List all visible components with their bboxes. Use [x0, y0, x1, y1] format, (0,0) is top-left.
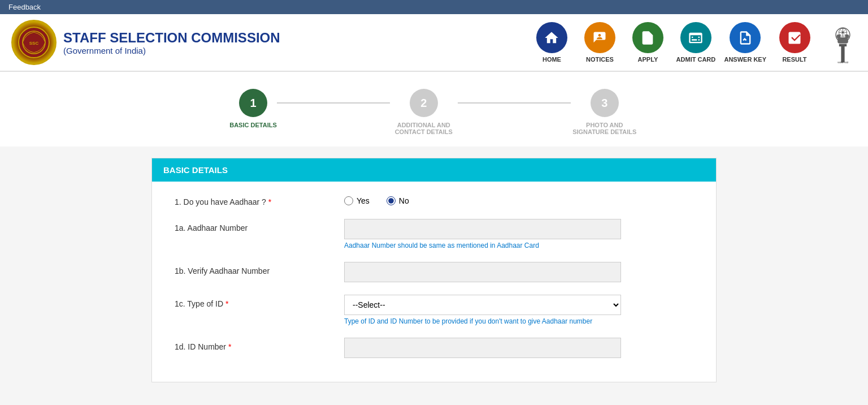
aadhaar-hint: Aadhaar Number should be same as mention…: [344, 242, 693, 249]
id-number-input[interactable]: [344, 338, 621, 358]
step-3: 3 PHOTO AND SIGNATURE DETAILS: [571, 89, 639, 135]
aadhaar-number-field: Aadhaar Number should be same as mention…: [344, 219, 693, 249]
type-of-id-select[interactable]: --Select-- PAN Card Passport Driving Lic…: [344, 295, 621, 315]
aadhaar-question-field: Yes No: [344, 193, 693, 205]
verify-aadhaar-field: [344, 262, 693, 282]
aadhaar-number-label: 1a. Aadhaar Number: [175, 219, 333, 232]
logo-svg: SSC: [17, 25, 51, 59]
svg-rect-3: [841, 45, 844, 62]
feedback-bar[interactable]: Feedback: [0, 0, 868, 14]
step-2-label: ADDITIONAL AND CONTACT DETAILS: [390, 122, 458, 135]
nav-notices-label: NOTICES: [586, 56, 614, 63]
nav-home[interactable]: HOME: [532, 22, 571, 63]
nav-apply-label: APPLY: [638, 56, 658, 63]
type-of-id-row: 1c. Type of ID * --Select-- PAN Card Pas…: [175, 295, 693, 325]
aadhaar-number-input[interactable]: [344, 219, 621, 239]
step-container: 1 BASIC DETAILS 2 ADDITIONAL AND CONTACT…: [229, 89, 639, 135]
step-2: 2 ADDITIONAL AND CONTACT DETAILS: [390, 89, 458, 135]
main-content: BASIC DETAILS 1. Do you have Aadhaar ? *…: [140, 158, 728, 405]
nav-home-label: HOME: [542, 56, 561, 63]
step-2-circle: 2: [410, 89, 438, 117]
ssc-logo: SSC: [11, 20, 57, 65]
stepper-section: 1 BASIC DETAILS 2 ADDITIONAL AND CONTACT…: [0, 72, 868, 147]
id-number-row: 1d. ID Number *: [175, 338, 693, 358]
aadhaar-no-radio[interactable]: [387, 196, 396, 205]
answer-icon: [737, 30, 753, 46]
required-star-1: *: [268, 197, 271, 206]
home-circle: [536, 22, 567, 53]
aadhaar-yes-option[interactable]: Yes: [344, 196, 370, 205]
step-1-circle: 1: [239, 89, 267, 117]
svg-text:सत्यमेव जयते: सत्यमेव जयते: [837, 61, 848, 64]
type-of-id-hint: Type of ID and ID Number to be provided …: [344, 317, 693, 325]
aadhaar-radio-group: Yes No: [344, 193, 693, 205]
feedback-label: Feedback: [8, 3, 41, 11]
logo-area: SSC STAFF SELECTION COMMISSION (Governme…: [11, 20, 532, 65]
nav-result-label: RESULT: [782, 56, 806, 63]
apply-circle: [632, 22, 663, 53]
nav-result[interactable]: RESULT: [775, 22, 814, 63]
svg-text:SSC: SSC: [29, 41, 39, 46]
verify-aadhaar-input[interactable]: [344, 262, 621, 282]
connector-1-2: [277, 102, 390, 104]
verify-aadhaar-row: 1b. Verify Aadhaar Number: [175, 262, 693, 282]
nav-answer-label: ANSWER KEY: [724, 56, 766, 63]
type-of-id-field: --Select-- PAN Card Passport Driving Lic…: [344, 295, 693, 325]
admit-circle: [680, 22, 711, 53]
connector-2-3: [458, 102, 571, 104]
required-star-3: *: [225, 299, 228, 308]
id-number-field: [344, 338, 693, 358]
nav-answer-key[interactable]: ANSWER KEY: [724, 22, 766, 63]
apply-icon: [640, 30, 656, 46]
step-1-label: BASIC DETAILS: [229, 122, 277, 128]
id-number-label: 1d. ID Number *: [175, 338, 333, 351]
org-title: STAFF SELECTION COMMISSION: [63, 30, 280, 46]
ashoka-pillar: सत्यमेव जयते: [828, 20, 857, 65]
aadhaar-number-row: 1a. Aadhaar Number Aadhaar Number should…: [175, 219, 693, 249]
step-1: 1 BASIC DETAILS: [229, 89, 277, 128]
home-icon: [544, 30, 559, 46]
verify-aadhaar-label: 1b. Verify Aadhaar Number: [175, 262, 333, 275]
admit-icon: [688, 30, 704, 46]
section-header: BASIC DETAILS: [152, 158, 716, 182]
required-star-4: *: [228, 342, 231, 351]
notices-icon: [592, 30, 607, 46]
org-subtitle: (Government of India): [63, 46, 280, 55]
org-name: STAFF SELECTION COMMISSION (Government o…: [63, 30, 280, 55]
type-of-id-label: 1c. Type of ID *: [175, 295, 333, 308]
header: SSC STAFF SELECTION COMMISSION (Governme…: [0, 14, 868, 72]
aadhaar-no-option[interactable]: No: [387, 196, 409, 205]
result-circle: [779, 22, 810, 53]
notices-circle: [584, 22, 615, 53]
step-3-label: PHOTO AND SIGNATURE DETAILS: [571, 122, 639, 135]
basic-details-section: BASIC DETAILS 1. Do you have Aadhaar ? *…: [151, 158, 717, 382]
nav-apply[interactable]: APPLY: [628, 22, 667, 63]
ashoka-pillar-svg: सत्यमेव जयते: [830, 20, 856, 65]
section-body: 1. Do you have Aadhaar ? * Yes No: [152, 182, 716, 382]
svg-rect-4: [839, 44, 846, 46]
aadhaar-question-label: 1. Do you have Aadhaar ? *: [175, 193, 333, 206]
aadhaar-yes-radio[interactable]: [344, 196, 353, 205]
step-3-circle: 3: [591, 89, 619, 117]
nav-notices[interactable]: NOTICES: [580, 22, 619, 63]
nav-admit-label: ADMIT CARD: [676, 56, 716, 63]
result-icon: [787, 30, 802, 46]
nav-area: HOME NOTICES APPLY: [532, 20, 857, 65]
aadhaar-question-row: 1. Do you have Aadhaar ? * Yes No: [175, 193, 693, 206]
nav-admit-card[interactable]: ADMIT CARD: [676, 22, 715, 63]
answer-circle: [730, 22, 761, 53]
